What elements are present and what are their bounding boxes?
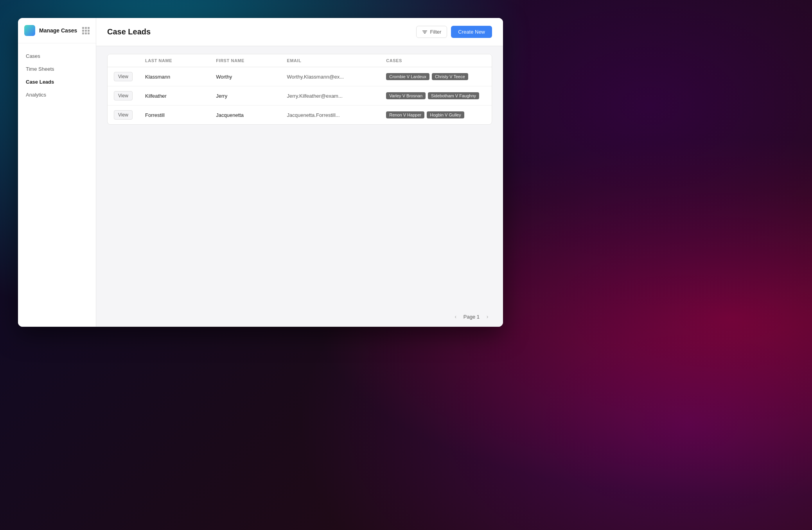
cell-cases: Crombie V LardeuxChristy V Teece [386, 73, 485, 80]
main-content: Case Leads Filter Create New LAST NAME [96, 18, 503, 327]
next-page-button[interactable]: › [483, 312, 492, 321]
case-badge[interactable]: Crombie V Lardeux [386, 73, 429, 80]
th-cases: CASES [386, 58, 485, 63]
table-body: ViewKlassmannWorthyWorthy.Klassmann@ex..… [108, 67, 492, 124]
cell-email: Jerry.Kilfeather@exam... [287, 93, 386, 99]
cell-first-name: Jacquenetta [216, 112, 287, 118]
pagination: ‹ Page 1 › [96, 306, 503, 327]
case-badge[interactable]: Sidebotham V Faughny [428, 92, 479, 99]
sidebar-item-analytics[interactable]: Analytics [18, 88, 96, 101]
case-badge[interactable]: Christy V Teece [432, 73, 468, 80]
th-action [114, 58, 145, 63]
cell-cases: Renon V HapperHogbin V Gulley [386, 111, 485, 118]
sidebar-item-time-sheets[interactable]: Time Sheets [18, 63, 96, 75]
filter-icon [422, 29, 428, 35]
table-header: LAST NAME FIRST NAME EMAIL CASES [108, 54, 492, 67]
create-new-button[interactable]: Create New [451, 26, 492, 38]
topbar: Case Leads Filter Create New [96, 18, 503, 46]
th-first-name: FIRST NAME [216, 58, 287, 63]
data-table: LAST NAME FIRST NAME EMAIL CASES ViewKla… [107, 54, 492, 125]
th-last-name: LAST NAME [145, 58, 216, 63]
sidebar-item-cases[interactable]: Cases [18, 50, 96, 63]
sidebar: Manage Cases CasesTime SheetsCase LeadsA… [18, 18, 96, 327]
app-logo [24, 25, 35, 36]
case-badge[interactable]: Renon V Happer [386, 111, 424, 118]
sidebar-item-case-leads[interactable]: Case Leads [18, 75, 96, 88]
case-badge[interactable]: Varley V Brosnan [386, 92, 426, 99]
cell-first-name: Jerry [216, 93, 287, 99]
cell-last-name: Kilfeather [145, 93, 216, 99]
filter-label: Filter [430, 29, 441, 35]
cell-last-name: Klassmann [145, 74, 216, 80]
cell-last-name: Forrestill [145, 112, 216, 118]
cell-email: Jacquenetta.Forrestill... [287, 112, 386, 118]
grid-menu-icon[interactable] [82, 27, 90, 34]
create-new-label: Create New [458, 29, 485, 35]
case-badge[interactable]: Hogbin V Gulley [427, 111, 464, 118]
cell-email: Worthy.Klassmann@ex... [287, 74, 386, 80]
table-row: ViewKlassmannWorthyWorthy.Klassmann@ex..… [108, 67, 492, 86]
view-button-2[interactable]: View [114, 110, 133, 120]
cell-first-name: Worthy [216, 74, 287, 80]
page-label: Page 1 [463, 314, 480, 320]
table-row: ViewKilfeatherJerryJerry.Kilfeather@exam… [108, 86, 492, 106]
table-row: ViewForrestillJacquenettaJacquenetta.For… [108, 106, 492, 124]
page-title: Case Leads [107, 27, 416, 36]
filter-button[interactable]: Filter [416, 26, 447, 38]
app-window: Manage Cases CasesTime SheetsCase LeadsA… [18, 18, 503, 327]
prev-page-button[interactable]: ‹ [451, 312, 460, 321]
cell-cases: Varley V BrosnanSidebotham V Faughny [386, 92, 485, 99]
view-button-0[interactable]: View [114, 72, 133, 81]
app-title-label: Manage Cases [39, 27, 77, 34]
view-button-1[interactable]: View [114, 91, 133, 100]
th-email: EMAIL [287, 58, 386, 63]
sidebar-header: Manage Cases [18, 18, 96, 43]
sidebar-nav: CasesTime SheetsCase LeadsAnalytics [18, 43, 96, 107]
table-area: LAST NAME FIRST NAME EMAIL CASES ViewKla… [96, 46, 503, 306]
